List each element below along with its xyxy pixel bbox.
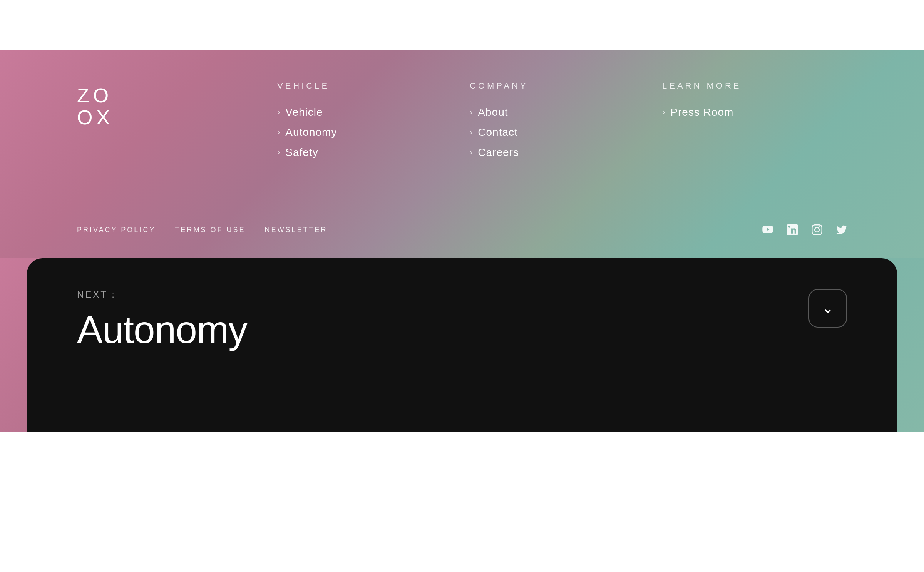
vehicle-link-label: Vehicle [285, 106, 323, 119]
company-links: › About › Contact › Careers [470, 106, 647, 159]
nav-column-vehicle: VEHICLE › Vehicle › Autonomy › Safety [270, 81, 462, 159]
footer-content: Z O O X VEHICLE › Vehicle [0, 81, 924, 235]
careers-link-label: Careers [478, 146, 519, 159]
vehicle-chevron: › [277, 107, 280, 117]
logo-row-1: Z O [77, 85, 116, 107]
nav-column-company: COMPANY › About › Contact › Careers [462, 81, 654, 159]
footer-nav: Z O O X VEHICLE › Vehicle [77, 81, 847, 159]
vehicle-link-item[interactable]: › Vehicle [277, 106, 454, 119]
zoox-logo[interactable]: Z O O X [77, 85, 116, 129]
contact-link-item[interactable]: › Contact [470, 126, 647, 139]
safety-link-item[interactable]: › Safety [277, 146, 454, 159]
press-room-chevron: › [662, 107, 665, 117]
logo-letter-o2: O [77, 107, 93, 129]
logo-letter-x: X [96, 107, 110, 129]
chevron-down-icon: ⌄ [822, 300, 834, 316]
contact-chevron: › [470, 127, 472, 137]
about-link-item[interactable]: › About [470, 106, 647, 119]
press-room-link-label: Press Room [670, 106, 733, 119]
vehicle-links: › Vehicle › Autonomy › Safety [277, 106, 454, 159]
footer-bottom: PRIVACY POLICY TERMS OF USE NEWSLETTER [77, 224, 847, 235]
next-section: NEXT : Autonomy ⌄ [27, 258, 897, 432]
learn-more-column-title: LEARN MORE [662, 81, 839, 91]
contact-link-label: Contact [478, 126, 518, 139]
top-card [12, 0, 912, 50]
vehicle-column-title: VEHICLE [277, 81, 454, 91]
about-link-label: About [478, 106, 508, 119]
footer-divider [77, 205, 847, 205]
next-label: NEXT : [77, 289, 847, 300]
learn-more-links: › Press Room [662, 106, 839, 119]
next-arrow-button[interactable]: ⌄ [808, 289, 847, 328]
logo-letter-o1: O [93, 85, 109, 107]
careers-link-item[interactable]: › Careers [470, 146, 647, 159]
logo-row-2: O X [77, 107, 116, 129]
company-column-title: COMPANY [470, 81, 647, 91]
footer-legal-links: PRIVACY POLICY TERMS OF USE NEWSLETTER [77, 226, 327, 234]
terms-of-use-link[interactable]: TERMS OF USE [175, 226, 245, 234]
linkedin-icon[interactable] [787, 224, 798, 235]
footer-social [762, 224, 847, 235]
privacy-policy-link[interactable]: PRIVACY POLICY [77, 226, 156, 234]
logo-area: Z O O X [77, 81, 270, 159]
nav-column-learn-more: LEARN MORE › Press Room [654, 81, 847, 159]
footer-section: Z O O X VEHICLE › Vehicle [0, 50, 924, 258]
instagram-icon[interactable] [812, 224, 822, 235]
about-chevron: › [470, 107, 472, 117]
safety-chevron: › [277, 147, 280, 157]
press-room-link-item[interactable]: › Press Room [662, 106, 839, 119]
autonomy-link-label: Autonomy [285, 126, 337, 139]
autonomy-link-item[interactable]: › Autonomy [277, 126, 454, 139]
twitter-icon[interactable] [836, 224, 847, 235]
youtube-icon[interactable] [762, 224, 773, 235]
autonomy-chevron: › [277, 127, 280, 137]
next-title: Autonomy [77, 308, 847, 352]
safety-link-label: Safety [285, 146, 318, 159]
careers-chevron: › [470, 147, 472, 157]
logo-letter-z: Z [77, 85, 90, 107]
newsletter-link[interactable]: NEWSLETTER [264, 226, 327, 234]
